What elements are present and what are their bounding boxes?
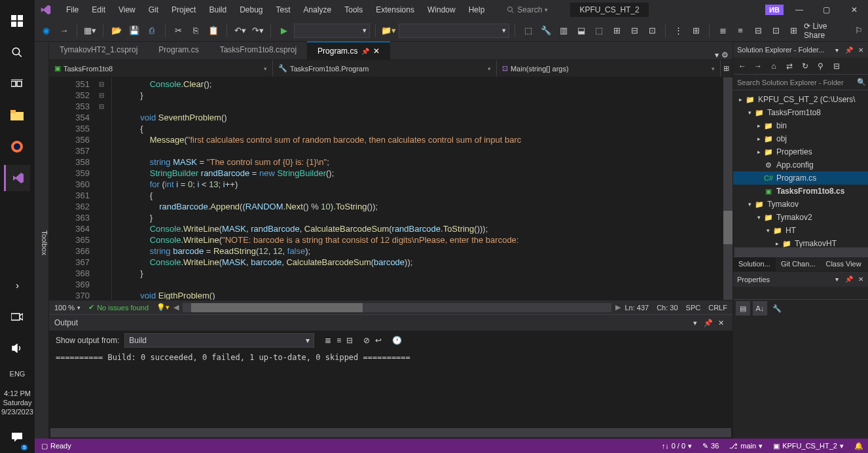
se-search[interactable]: Search Solution Explorer - Folder 🔍 — [733, 75, 868, 90]
minimize-button[interactable]: ― — [787, 2, 811, 18]
tree-item[interactable]: ▸📁Properties — [733, 145, 868, 158]
status-errors[interactable]: ↑↓ 0 / 0 ▾ — [662, 442, 692, 450]
taskbar-lang[interactable]: ENG — [9, 364, 27, 384]
output-wrap-button[interactable]: ↩ — [375, 336, 382, 345]
taskbar-clock[interactable]: 4:12 PM Saturday 9/23/2023 — [0, 384, 35, 422]
config-combo[interactable]: ▾ — [399, 24, 509, 38]
menu-edit[interactable]: Edit — [85, 3, 112, 17]
toolbox-tab[interactable]: Toolbox — [35, 42, 49, 439]
folder-button[interactable]: 📁▾ — [381, 23, 396, 39]
props-close-button[interactable]: ✕ — [856, 274, 866, 285]
save-button[interactable]: 💾 — [126, 23, 141, 39]
save-all-button[interactable]: ⎙ — [145, 23, 160, 39]
se-menu-button[interactable]: ▾ — [832, 45, 842, 55]
props-pin-button[interactable]: 📌 — [844, 274, 854, 285]
tree-item[interactable]: ▸📁bin — [733, 119, 868, 132]
props-events-button[interactable]: 🔧 — [770, 301, 784, 316]
search-icon[interactable] — [4, 39, 30, 65]
nav-fwd-button[interactable]: → — [56, 23, 71, 39]
props-alpha-button[interactable]: A↓ — [753, 301, 767, 316]
menu-git[interactable]: Git — [142, 3, 165, 17]
tree-item[interactable]: ▾📁Tymakov2 — [733, 211, 868, 224]
undo-button[interactable]: ↶▾ — [232, 23, 247, 39]
tool-btn-10[interactable]: ⊞ — [689, 23, 704, 39]
editor-vscroll[interactable] — [723, 77, 732, 300]
editor-hscroll[interactable]: ◀▶ — [183, 303, 611, 312]
nav-method-combo[interactable]: ⊡Main(string[] args)▾ — [497, 60, 721, 77]
task-view-icon[interactable] — [4, 71, 30, 97]
zoom-level[interactable]: 100 % ▾ — [54, 304, 81, 312]
se-collapse-button[interactable]: ⊟ — [830, 60, 843, 73]
cut-button[interactable]: ✂ — [171, 23, 186, 39]
tree-item[interactable]: ⚙App.config — [733, 158, 868, 172]
firefox-icon[interactable] — [4, 134, 30, 160]
output-menu-button[interactable]: ▾ — [689, 317, 701, 329]
titlebar-search[interactable]: Search ▾ — [507, 5, 548, 14]
visual-studio-icon[interactable] — [4, 165, 30, 191]
status-changes[interactable]: ✎ 36 — [702, 442, 719, 450]
se-home-button[interactable]: ⌂ — [767, 60, 780, 73]
tool-btn-4[interactable]: ⬓ — [574, 23, 589, 39]
status-branch[interactable]: ⎇ main ▾ — [729, 442, 763, 450]
file-explorer-icon[interactable] — [4, 102, 30, 128]
tool-btn-13[interactable]: ⊟ — [751, 23, 766, 39]
output-close-button[interactable]: ✕ — [715, 317, 727, 329]
maximize-button[interactable]: ▢ — [815, 2, 839, 18]
file-tab[interactable]: TasksFrom1to8.csproj — [209, 41, 307, 60]
menu-tools[interactable]: Tools — [338, 3, 369, 17]
output-btn-2[interactable]: ≡ — [336, 336, 341, 345]
code-editor[interactable]: 3513523533543553563573583593603613623633… — [49, 77, 732, 300]
se-pin-button[interactable]: 📌 — [844, 45, 854, 55]
output-btn-1[interactable]: ≣ — [325, 336, 331, 345]
output-pin-button[interactable]: 📌 — [702, 317, 714, 329]
tab-dropdown-button[interactable]: ▾ — [715, 50, 719, 60]
paste-button[interactable]: 📋 — [206, 23, 221, 39]
start-button[interactable] — [4, 8, 30, 34]
tool-btn-8[interactable]: ⊡ — [645, 23, 660, 39]
props-categorized-button[interactable]: ▤ — [736, 301, 750, 316]
tree-item[interactable]: ▾📁Tymakov — [733, 198, 868, 211]
new-project-button[interactable]: ▦▾ — [82, 23, 98, 39]
nav-project-combo[interactable]: ▣TasksFrom1to8▾ — [49, 60, 273, 77]
volume-icon[interactable] — [4, 335, 30, 361]
tree-item[interactable]: ▸📁obj — [733, 132, 868, 145]
tool-btn-5[interactable]: ⬚ — [592, 23, 607, 39]
se-switch-button[interactable]: ⇄ — [783, 60, 796, 73]
tree-item[interactable]: ▸📁TymakovHT — [733, 237, 868, 247]
live-share-button[interactable]: ⟳ Live Share — [804, 22, 848, 40]
tree-item[interactable]: ▣TasksFrom1to8.cs — [733, 185, 868, 198]
se-tab[interactable]: Solution... — [733, 257, 776, 271]
menu-help[interactable]: Help — [462, 3, 492, 17]
close-button[interactable]: ✕ — [842, 2, 866, 18]
tool-btn-2[interactable]: 🔧 — [538, 23, 553, 39]
start-target-combo[interactable]: ▾ — [294, 24, 370, 38]
output-text[interactable]: ========== Build: 0 succeeded, 0 failed,… — [49, 350, 732, 428]
props-menu-button[interactable]: ▾ — [832, 274, 842, 285]
se-close-button[interactable]: ✕ — [856, 45, 866, 55]
se-sync-button[interactable]: ↻ — [799, 60, 812, 73]
chevron-right-icon[interactable]: › — [4, 272, 30, 299]
menu-extensions[interactable]: Extensions — [369, 3, 421, 17]
menu-view[interactable]: View — [112, 3, 142, 17]
tool-btn-1[interactable]: ⬚ — [520, 23, 535, 39]
tool-btn-11[interactable]: ≣ — [715, 23, 730, 39]
menu-file[interactable]: File — [60, 3, 85, 17]
status-bell-icon[interactable]: 🔔 — [854, 442, 863, 450]
tab-settings-button[interactable]: ⚙ — [721, 50, 729, 60]
output-source-combo[interactable]: Build▾ — [124, 333, 314, 348]
se-tab[interactable]: Class View — [820, 257, 866, 271]
nav-class-combo[interactable]: 🔧TasksFrom1to8.Program▾ — [273, 60, 497, 77]
file-tab[interactable]: Program.cs📌✕ — [307, 41, 390, 60]
menu-debug[interactable]: Debug — [233, 3, 269, 17]
menu-test[interactable]: Test — [270, 3, 297, 17]
close-icon[interactable]: ✕ — [373, 46, 380, 56]
redo-button[interactable]: ↷▾ — [250, 23, 265, 39]
tool-btn-14[interactable]: ⊡ — [769, 23, 784, 39]
nav-back-button[interactable]: ◉ — [39, 23, 54, 39]
menu-build[interactable]: Build — [202, 3, 233, 17]
camera-icon[interactable] — [4, 304, 30, 330]
se-tab[interactable]: Git Chan... — [776, 257, 821, 271]
se-back-button[interactable]: ← — [736, 60, 749, 73]
tool-btn-6[interactable]: ⊞ — [609, 23, 624, 39]
tree-item[interactable]: C#Program.cs — [733, 172, 868, 185]
